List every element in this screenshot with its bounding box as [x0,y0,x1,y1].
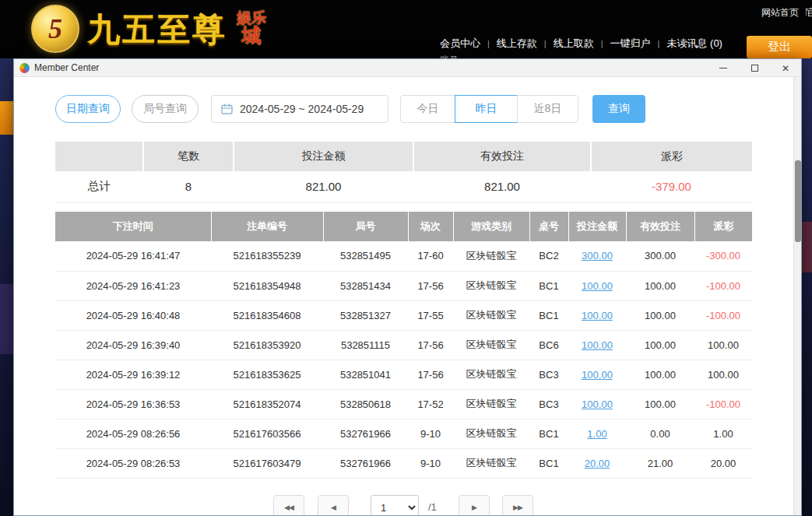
background-right-strip [802,58,812,516]
cell-amount: 100.00 [568,271,626,300]
last-page-button[interactable]: ▶▶ [502,495,533,515]
date-range-value: 2024-05-29 ~ 2024-05-29 [240,103,364,115]
nav-separator: | [658,39,660,48]
cell-table_no: BC3 [529,360,568,389]
cell-payout: -100.00 [694,300,752,330]
page-select[interactable]: 1 [371,495,419,515]
cell-amount: 100.00 [568,300,626,330]
cell-amount: 300.00 [568,241,626,271]
bet-amount-link[interactable]: 100.00 [582,339,613,351]
column-header-round: 局号 [323,212,408,241]
close-icon: ✕ [782,64,789,73]
cell-round: 532851434 [323,271,408,300]
cell-time: 2024-05-29 16:36:53 [55,389,211,419]
close-button[interactable]: ✕ [770,59,801,77]
bet-amount-link[interactable]: 100.00 [582,310,613,321]
table-row: 2024-05-29 08:26:56521617603566532761966… [55,419,752,448]
cell-table_no: BC1 [529,271,568,300]
cell-session: 17-52 [408,389,453,419]
summary-count-value: 8 [143,171,234,202]
cell-round: 532851041 [323,360,408,389]
brand-subtitle: 娱乐 城 [237,10,266,46]
bet-amount-link[interactable]: 100.00 [582,280,613,292]
cell-payout: -100.00 [694,389,752,419]
nav-item-member-center[interactable]: 会员中心 [440,37,480,51]
nav-item-online-withdraw[interactable]: 线上取款 [554,37,594,51]
page-total-label: /1 [428,495,437,515]
bet-amount-link[interactable]: 1.00 [587,428,606,440]
summary-header-blank [55,142,143,171]
table-row: 2024-05-29 16:39:40521618353920532851115… [55,330,752,360]
column-header-session: 场次 [408,212,453,241]
next-page-button[interactable]: ▶ [459,495,490,515]
tab-round-query[interactable]: 局号查询 [132,95,199,123]
cell-bet_id: 521618354608 [211,300,323,330]
summary-total-label: 总计 [55,171,143,202]
coin-logo-icon: 5 [31,5,79,53]
last8days-button[interactable]: 近8日 [517,95,578,123]
bet-amount-link[interactable]: 100.00 [582,369,613,381]
window-content: 日期查询 局号查询 2024-05-29 ~ 2024-05-29 今日 昨日 … [14,77,801,515]
scrollbar-thumb[interactable] [795,160,801,242]
cell-valid: 21.00 [626,448,694,478]
table-row: 2024-05-29 16:41:23521618354948532851434… [55,271,752,300]
home-link[interactable]: 网站首页 [761,6,799,19]
previous-page-button[interactable]: ◀ [318,495,349,515]
summary-total-row: 总计 8 821.00 821.00 -379.00 [55,171,752,202]
site-nav: 会员中心|线上存款|线上取款|一键归户|未读讯息 (0) [440,37,722,51]
cell-game: 区块链骰宝 [453,271,529,300]
query-button[interactable]: 查询 [592,95,645,123]
cell-valid: 100.00 [626,389,694,419]
cell-payout: -300.00 [694,241,752,271]
minimize-button[interactable] [708,59,739,77]
cell-bet_id: 521618353920 [211,330,323,360]
cell-payout: 100.00 [694,330,752,360]
cell-time: 2024-05-29 16:41:47 [55,241,211,271]
nav-item-online-deposit[interactable]: 线上存款 [497,37,537,51]
cell-round: 532850618 [323,389,408,419]
cell-round: 532761966 [323,448,408,478]
cell-game: 区块链骰宝 [453,241,529,271]
vertical-scrollbar[interactable] [793,77,801,515]
cell-payout: 20.00 [694,448,752,478]
cell-time: 2024-05-29 16:41:23 [55,271,211,300]
brand-title: 九五至尊 [87,8,227,51]
bets-header-row: 下注时间注单编号局号场次游戏类别桌号投注金额有效投注派彩 [55,212,752,241]
cell-amount: 100.00 [568,330,626,360]
summary-header-bet-amount: 投注金额 [234,142,413,171]
nav-item-unread-messages[interactable]: 未读讯息 (0) [666,37,722,51]
cell-amount: 20.00 [568,448,626,478]
cell-time: 2024-05-29 16:40:48 [55,300,211,330]
background-left-strip [0,58,13,516]
cell-time: 2024-05-29 08:26:56 [55,419,211,448]
bet-amount-link[interactable]: 100.00 [582,398,613,410]
cell-session: 17-56 [408,360,453,389]
cell-table_no: BC2 [529,241,568,271]
member-center-window: Member Center ✕ 日期查询 局号查询 2024-05-29 ~ 2… [13,58,802,516]
table-row: 2024-05-29 16:40:48521618354608532851327… [55,300,752,330]
cell-table_no: BC1 [529,419,568,448]
maximize-button[interactable] [739,59,770,77]
bet-amount-link[interactable]: 20.00 [585,458,610,469]
first-page-button[interactable]: ◀◀ [273,495,304,515]
table-row: 2024-05-29 16:41:47521618355239532851495… [55,241,752,271]
summary-table: 笔数 投注金额 有效投注 派彩 总计 8 821.00 821.00 -379.… [55,142,752,203]
cell-session: 17-60 [408,241,453,271]
pagination: ◀◀ ◀ 1 /1 ▶ ▶▶ [14,493,801,515]
nav-item-one-key-transfer[interactable]: 一键归户 [610,37,651,51]
column-header-game: 游戏类别 [453,212,529,241]
cell-bet_id: 521618355239 [211,241,323,271]
date-range-input[interactable]: 2024-05-29 ~ 2024-05-29 [211,95,388,123]
cell-valid: 100.00 [626,360,694,389]
tab-date-query[interactable]: 日期查询 [55,95,121,123]
summary-header-payout: 派彩 [591,142,752,171]
bet-amount-link[interactable]: 300.00 [582,250,613,262]
cell-round: 532851115 [323,330,408,360]
yesterday-button[interactable]: 昨日 [455,95,518,123]
today-button[interactable]: 今日 [400,95,455,123]
table-row: 2024-05-29 16:36:53521618352074532850618… [55,389,752,419]
logout-button[interactable]: 登出 [747,36,812,58]
app-icon [19,63,30,73]
cell-game: 区块链骰宝 [453,419,529,448]
window-titlebar[interactable]: Member Center ✕ [14,59,801,77]
